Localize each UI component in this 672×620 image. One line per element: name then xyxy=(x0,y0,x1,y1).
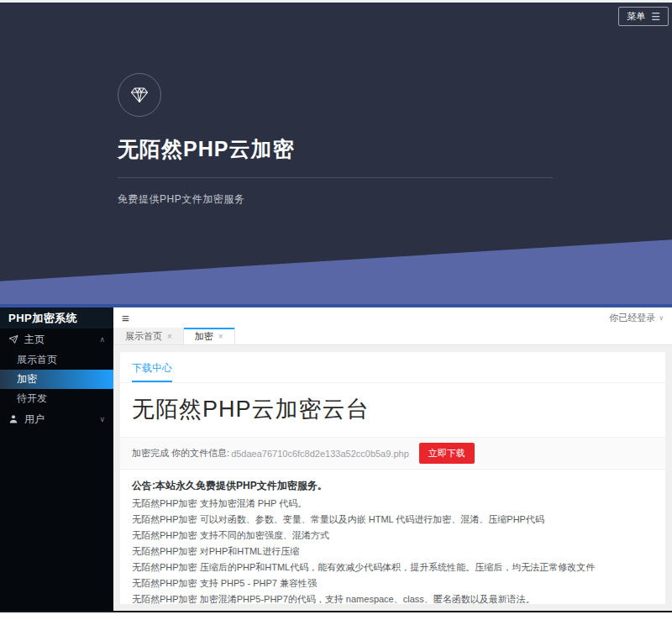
sidebar-title: PHP加密系统 xyxy=(0,307,113,328)
announcement-title: 公告:本站永久免费提供PHP文件加密服务。 xyxy=(132,481,654,491)
close-icon[interactable]: × xyxy=(167,332,172,341)
hero-divider xyxy=(118,177,553,178)
page-title: 无陌然PHP云加密云台 xyxy=(132,394,654,424)
announcement-list: 公告:本站永久免费提供PHP文件加密服务。 无陌然PHP加密 支持加密混淆 PH… xyxy=(120,470,665,604)
sidebar-item-in-development[interactable]: 待开发 xyxy=(0,389,113,408)
announcement-line: 无陌然PHP加密 对PHP和HTML进行压缩 xyxy=(132,546,654,556)
topbar: ≡ 你已经登录 ∨ xyxy=(113,307,672,328)
chevron-up-icon: ∧ xyxy=(99,335,105,344)
announcement-line: 无陌然PHP加密 支持加密混淆 PHP 代码。 xyxy=(132,498,654,508)
login-status-dropdown[interactable]: 你已经登录 ∨ xyxy=(609,312,664,324)
tab-display-home[interactable]: 展示首页 × xyxy=(113,328,184,344)
encrypted-filename: d5daea76710c6fc8d2e133a52cc0b5a9.php xyxy=(231,449,409,459)
announcement-line: 无陌然PHP加密 压缩后的PHP和HTML代码，能有效减少代码体积，提升系统性能… xyxy=(132,562,654,572)
tab-label: 加密 xyxy=(195,330,213,343)
collapse-sidebar-icon[interactable]: ≡ xyxy=(122,312,129,324)
announcement-line: 无陌然PHP加密 支持不同的加密强度、混淆方式 xyxy=(132,530,654,540)
sidebar-group-label: 用户 xyxy=(24,412,45,427)
hero-banner: 菜单 ☰ 无陌然PHP云加密 免费提供PHP文件加密服务 xyxy=(0,3,672,304)
sidebar-group-user[interactable]: 用户 ∨ xyxy=(0,408,113,430)
hero-diagonal-band xyxy=(0,237,672,304)
content-area: 下载中心 无陌然PHP云加密云台 加密完成 你的文件信息: d5daea7671… xyxy=(113,345,672,611)
gem-logo-badge xyxy=(118,73,161,117)
hero-subtitle: 免费提供PHP文件加密服务 xyxy=(118,192,672,207)
chevron-down-icon: ∨ xyxy=(659,314,664,322)
gem-icon xyxy=(129,85,150,105)
tab-encrypt[interactable]: 加密 × xyxy=(184,328,235,344)
hero-content: 无陌然PHP云加密 免费提供PHP文件加密服务 xyxy=(0,3,672,207)
admin-panel: PHP加密系统 主页 ∧ 展示首页 加密 待开发 用户 ∨ ≡ 你已经登录 ∨ xyxy=(0,307,672,612)
main-area: ≡ 你已经登录 ∨ 展示首页 × 加密 × 下载中心 无陌然PHP云加密云台 xyxy=(113,307,672,611)
encryption-status: 加密完成 xyxy=(132,447,169,460)
announcement-line: 无陌然PHP加密 加密混淆PHP5-PHP7的代码，支持 namespace、c… xyxy=(132,594,654,604)
card-tab-header: 下载中心 xyxy=(120,352,665,383)
encryption-result-row: 加密完成 你的文件信息: d5daea76710c6fc8d2e133a52cc… xyxy=(120,437,665,470)
send-icon xyxy=(8,334,18,344)
announcement-line: 无陌然PHP加密 可以对函数、参数、变量、常量以及内嵌 HTML 代码进行加密、… xyxy=(132,514,654,524)
chevron-down-icon: ∨ xyxy=(99,415,105,423)
tab-label: 展示首页 xyxy=(125,330,162,343)
file-info-label: 你的文件信息: xyxy=(171,447,229,460)
download-card: 下载中心 无陌然PHP云加密云台 加密完成 你的文件信息: d5daea7671… xyxy=(120,352,665,604)
tab-bar: 展示首页 × 加密 × xyxy=(113,328,672,345)
hero-title: 无陌然PHP云加密 xyxy=(118,135,672,163)
tab-download-center[interactable]: 下载中心 xyxy=(132,361,172,382)
sidebar-item-display-home[interactable]: 展示首页 xyxy=(0,350,113,370)
announcement-line: 无陌然PHP加密 支持 PHP5 - PHP7 兼容性强 xyxy=(132,578,654,588)
sidebar: PHP加密系统 主页 ∧ 展示首页 加密 待开发 用户 ∨ xyxy=(0,307,113,611)
sidebar-group-label: 主页 xyxy=(24,333,45,347)
sidebar-group-home[interactable]: 主页 ∧ xyxy=(0,328,113,350)
user-icon xyxy=(8,414,18,424)
login-status-text: 你已经登录 xyxy=(609,312,655,324)
close-icon[interactable]: × xyxy=(218,332,223,341)
download-now-button[interactable]: 立即下载 xyxy=(419,443,475,464)
sidebar-item-encrypt[interactable]: 加密 xyxy=(0,370,113,389)
